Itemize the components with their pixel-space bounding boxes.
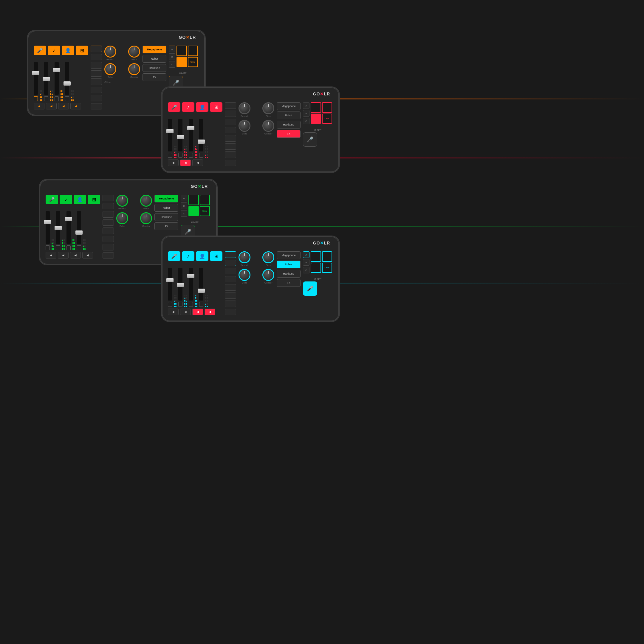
sample-pad-1-red[interactable] bbox=[311, 102, 321, 113]
side-btn-5-red[interactable] bbox=[225, 135, 236, 142]
efx-robot-green[interactable]: Robot bbox=[154, 204, 178, 212]
side-btn-3-orange[interactable] bbox=[91, 62, 102, 69]
transport-btn-1-red[interactable]: ◄ bbox=[168, 160, 179, 166]
fader-mute-4-orange[interactable] bbox=[65, 96, 69, 101]
knob-pitch-orange[interactable] bbox=[128, 46, 140, 58]
transport-btn-4-green[interactable]: ◄ bbox=[82, 252, 93, 258]
side-btn-1-red[interactable] bbox=[225, 102, 236, 109]
abc-a-red[interactable]: A bbox=[303, 102, 309, 109]
abc-a-cyan[interactable]: A bbox=[303, 251, 309, 258]
fader-handle-3-green[interactable] bbox=[65, 217, 72, 221]
side-btn-8-red[interactable] bbox=[225, 160, 236, 166]
side-btn-3-cyan[interactable] bbox=[225, 268, 236, 274]
side-btn-7-orange[interactable] bbox=[91, 95, 102, 101]
side-btn-7-cyan[interactable] bbox=[225, 301, 236, 307]
transport-btn-2-orange[interactable]: ◄ bbox=[46, 103, 57, 109]
sample-clear-green[interactable]: Clear bbox=[200, 206, 210, 216]
fader-mute-3-orange[interactable] bbox=[55, 96, 59, 101]
abc-b-orange[interactable]: B bbox=[169, 53, 175, 60]
sample-pad-2-green[interactable] bbox=[200, 195, 210, 205]
efx-hardtune-cyan[interactable]: Hardtune bbox=[277, 270, 301, 278]
efx-robot-cyan[interactable]: Robot bbox=[277, 261, 301, 268]
transport-btn-2-green[interactable]: ◄ bbox=[58, 252, 69, 258]
transport-btn-2-red[interactable]: ◄ bbox=[180, 160, 191, 166]
fader-handle-1-green[interactable] bbox=[44, 220, 51, 224]
fader-handle-4-red[interactable] bbox=[198, 140, 205, 144]
sample-pad-2-red[interactable] bbox=[322, 102, 332, 113]
mic-mute-cyan[interactable]: 🎤 bbox=[303, 281, 317, 296]
transport-btn-4-cyan[interactable]: ◄ bbox=[205, 309, 215, 315]
side-btn-3-red[interactable] bbox=[225, 119, 236, 125]
sample-pad-1-orange[interactable] bbox=[177, 46, 187, 56]
knob-echo-cyan[interactable] bbox=[239, 269, 250, 281]
fader-mute-2-orange[interactable] bbox=[44, 96, 48, 101]
abc-a-orange[interactable]: A bbox=[169, 46, 175, 52]
sample-pad-3-cyan[interactable] bbox=[311, 263, 321, 273]
side-btn-2-red[interactable] bbox=[225, 111, 236, 117]
sample-clear-orange[interactable]: Clear bbox=[188, 57, 198, 67]
sample-pad-3-green[interactable] bbox=[188, 206, 199, 216]
transport-btn-3-red[interactable]: ◄ bbox=[192, 160, 203, 166]
sample-pad-1-cyan[interactable] bbox=[311, 251, 321, 262]
transport-btn-1-green[interactable]: ◄ bbox=[46, 252, 56, 258]
side-btn-6-red[interactable] bbox=[225, 143, 236, 150]
side-btn-8-green[interactable] bbox=[103, 252, 114, 259]
side-btn-2-orange[interactable] bbox=[91, 54, 102, 61]
side-btn-3-green[interactable] bbox=[103, 211, 114, 218]
side-btn-5-orange[interactable] bbox=[91, 78, 102, 85]
knob-pitch-green[interactable] bbox=[140, 195, 152, 207]
fader-handle-2-cyan[interactable] bbox=[177, 283, 184, 287]
fader-handle-3-red[interactable] bbox=[187, 126, 194, 130]
transport-btn-2-cyan[interactable]: ◄ bbox=[180, 309, 191, 315]
sample-pad-2-orange[interactable] bbox=[188, 46, 198, 56]
efx-hardtune-green[interactable]: Hardtune bbox=[154, 213, 178, 221]
fader-handle-2-orange[interactable] bbox=[43, 77, 50, 81]
knob-reverb-cyan[interactable] bbox=[239, 251, 250, 263]
side-btn-4-orange[interactable] bbox=[91, 70, 102, 77]
knob-reverb-green[interactable] bbox=[116, 195, 128, 207]
sample-pad-3-red[interactable] bbox=[311, 114, 321, 124]
efx-robot-orange[interactable]: Robot bbox=[143, 55, 166, 63]
side-btn-7-green[interactable] bbox=[103, 244, 114, 250]
abc-c-orange[interactable]: C bbox=[169, 61, 175, 68]
abc-b-red[interactable]: B bbox=[303, 110, 309, 117]
fader-handle-4-green[interactable] bbox=[75, 230, 83, 235]
efx-fx-orange[interactable]: FX bbox=[143, 73, 166, 81]
knob-gender-green[interactable] bbox=[140, 212, 152, 224]
side-btn-6-cyan[interactable] bbox=[225, 292, 236, 299]
knob-gender-orange[interactable] bbox=[128, 63, 140, 75]
efx-fx-red[interactable]: FX bbox=[277, 130, 301, 138]
side-btn-8-cyan[interactable] bbox=[225, 309, 236, 315]
fader-handle-1-orange[interactable] bbox=[32, 71, 39, 75]
fader-handle-1-cyan[interactable] bbox=[166, 278, 174, 282]
transport-btn-3-orange[interactable]: ◄ bbox=[58, 103, 69, 109]
abc-c-red[interactable]: C bbox=[303, 118, 309, 124]
mic-mute-red[interactable]: 🎤 bbox=[303, 132, 317, 147]
efx-robot-red[interactable]: Robot bbox=[277, 112, 301, 119]
fader-handle-4-orange[interactable] bbox=[64, 81, 71, 86]
side-btn-2-green[interactable] bbox=[103, 203, 114, 210]
side-btn-4-cyan[interactable] bbox=[225, 276, 236, 283]
fader-handle-1-red[interactable] bbox=[166, 129, 174, 133]
transport-btn-3-green[interactable]: ◄ bbox=[70, 252, 81, 258]
side-btn-4-red[interactable] bbox=[225, 127, 236, 134]
transport-btn-4-orange[interactable]: ◄ bbox=[70, 103, 81, 109]
knob-gender-red[interactable] bbox=[262, 120, 274, 132]
fader-handle-3-orange[interactable] bbox=[53, 68, 60, 72]
knob-echo-orange[interactable] bbox=[104, 63, 116, 75]
efx-hardtune-red[interactable]: Hardtune bbox=[277, 121, 301, 129]
abc-a-green[interactable]: A bbox=[181, 195, 187, 201]
side-btn-6-green[interactable] bbox=[103, 236, 114, 242]
abc-c-cyan[interactable]: C bbox=[303, 267, 309, 273]
sample-pad-2-cyan[interactable] bbox=[322, 251, 332, 262]
side-btn-6-orange[interactable] bbox=[91, 87, 102, 93]
side-btn-5-cyan[interactable] bbox=[225, 284, 236, 291]
efx-fx-cyan[interactable]: FX bbox=[277, 279, 301, 287]
sample-pad-3-orange[interactable] bbox=[177, 57, 187, 67]
side-btn-4-green[interactable] bbox=[103, 219, 114, 226]
fader-handle-3-cyan[interactable] bbox=[187, 274, 194, 278]
efx-megaphone-orange[interactable]: Megaphone bbox=[143, 46, 166, 53]
sample-clear-red[interactable]: Clear bbox=[322, 114, 332, 124]
abc-c-green[interactable]: C bbox=[181, 210, 187, 217]
knob-echo-green[interactable] bbox=[116, 212, 128, 224]
